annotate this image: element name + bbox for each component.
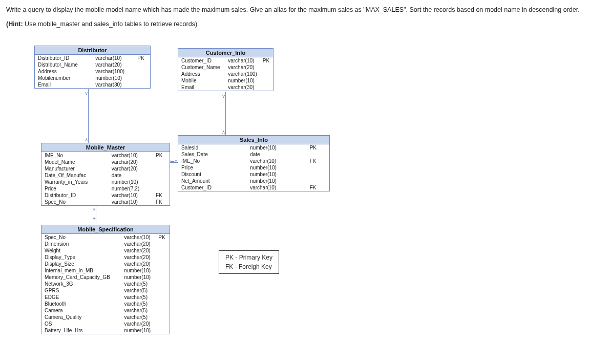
column-key: [157, 314, 170, 320]
column-name: Net_Amount: [178, 178, 247, 184]
hint-prefix: (Hint:: [6, 20, 23, 28]
column-key: PK: [157, 234, 170, 241]
column-key: [136, 61, 150, 68]
column-type: varchar(5): [121, 314, 157, 320]
column-name: OS: [41, 320, 121, 327]
entity-mobile-master: Mobile_Master IME_Novarchar(10)PKModel_N…: [41, 143, 170, 206]
column-row: EDGEvarchar(5): [41, 294, 170, 301]
column-name: Customer_ID: [178, 184, 247, 191]
column-key: [157, 241, 170, 247]
column-key: [157, 307, 170, 314]
column-key: [262, 71, 273, 77]
column-key: FK: [155, 192, 170, 199]
entity-body: Customer_IDvarchar(10)PKCustomer_Namevar…: [178, 57, 273, 91]
column-row: Bluetoothvarchar(5): [41, 301, 170, 307]
column-row: Memory_Card_Capacity_GBnumber(10): [41, 274, 170, 281]
column-type: date: [109, 172, 155, 179]
entity-body: IME_Novarchar(10)PKModel_Namevarchar(20)…: [41, 152, 170, 205]
column-key: [157, 301, 170, 307]
column-key: [157, 287, 170, 294]
column-name: IME_No: [178, 158, 247, 164]
column-type: number(10): [225, 77, 262, 84]
column-name: Email: [35, 81, 92, 88]
column-name: Display_Size: [41, 261, 121, 267]
connector-distributor-mobilemaster: [88, 89, 89, 143]
column-name: Price: [178, 164, 247, 171]
column-key: [136, 75, 150, 81]
column-name: Network_3G: [41, 281, 121, 287]
column-type: number(10): [247, 178, 309, 184]
column-row: Date_Of_Manufacdate: [41, 172, 170, 179]
column-name: Camera_Quality: [41, 314, 121, 320]
column-row: Discountnumber(10): [178, 171, 329, 178]
column-name: Date_Of_Manufac: [41, 172, 109, 179]
column-type: number(10): [121, 267, 157, 274]
crowfoot-icon: ⋏: [222, 129, 225, 135]
column-type: number(10): [121, 327, 157, 334]
column-row: Customer_IDvarchar(10)FK: [178, 184, 329, 191]
entity-distributor: Distributor Distributor_IDvarchar(10)PKD…: [34, 46, 151, 89]
column-row: Pricenumber(7,2): [41, 185, 170, 192]
er-diagram: ⋏ ⋎ ⋏ ⋎ ⊢o⊣ ⋎ + Distributor Distributor_…: [6, 43, 570, 360]
column-key: [309, 151, 329, 158]
entity-sales-info: Sales_Info SalesIdnumber(10)PKSales_Date…: [178, 135, 330, 191]
column-key: [262, 84, 273, 91]
entity-title: Customer_Info: [178, 49, 273, 57]
legend-box: PK - Primary Key FK - Foreigh Key: [219, 250, 279, 274]
column-type: varchar(5): [121, 294, 157, 301]
crowfoot-icon: +: [93, 216, 96, 221]
column-row: Customer_Namevarchar(20): [178, 64, 273, 71]
column-type: varchar(20): [121, 241, 157, 247]
column-name: Sales_Date: [178, 151, 247, 158]
column-row: Addressvarchar(100): [178, 71, 273, 77]
column-row: Emailvarchar(30): [35, 81, 150, 88]
column-key: [157, 247, 170, 254]
column-name: Bluetooth: [41, 301, 121, 307]
crowfoot-icon: ⋎: [222, 93, 225, 99]
column-name: EDGE: [41, 294, 121, 301]
column-name: SalesId: [178, 144, 247, 151]
connector-mobilemaster-mobilespec: [96, 205, 96, 225]
column-name: Memory_Card_Capacity_GB: [41, 274, 121, 281]
column-name: Address: [35, 68, 92, 75]
column-key: [155, 179, 170, 185]
column-type: number(10): [121, 274, 157, 281]
column-type: number(10): [247, 164, 309, 171]
hint-text: (Hint: Use mobile_master and sales_info …: [6, 20, 604, 28]
column-key: [309, 164, 329, 171]
column-key: FK: [155, 199, 170, 205]
column-name: GPRS: [41, 287, 121, 294]
column-key: [155, 159, 170, 165]
column-key: [157, 294, 170, 301]
column-key: PK: [136, 55, 150, 61]
column-name: Battery_Life_Hrs: [41, 327, 121, 334]
column-name: Distributor_Name: [35, 61, 92, 68]
column-row: Spec_Novarchar(10)FK: [41, 199, 170, 205]
column-type: varchar(20): [225, 64, 262, 71]
column-key: [262, 64, 273, 71]
crowfoot-icon: ⋎: [85, 91, 88, 96]
column-type: varchar(5): [121, 301, 157, 307]
column-type: varchar(100): [225, 71, 262, 77]
column-key: PK: [309, 144, 329, 151]
column-type: varchar(20): [121, 261, 157, 267]
column-row: Customer_IDvarchar(10)PK: [178, 57, 273, 64]
column-key: [157, 267, 170, 274]
column-row: Mobilenumber(10): [178, 77, 273, 84]
entity-body: Distributor_IDvarchar(10)PKDistributor_N…: [35, 55, 150, 88]
column-key: [136, 81, 150, 88]
column-type: number(10): [247, 144, 309, 151]
column-row: Emailvarchar(30): [178, 84, 273, 91]
question-text: Write a query to display the mobile mode…: [6, 6, 604, 13]
column-name: Distributor_ID: [35, 55, 92, 61]
column-row: Mobilenumbernumber(10): [35, 75, 150, 81]
column-name: Email: [178, 84, 225, 91]
column-type: varchar(20): [121, 254, 157, 261]
column-row: SalesIdnumber(10)PK: [178, 144, 329, 151]
column-row: Network_3Gvarchar(5): [41, 281, 170, 287]
column-key: [157, 254, 170, 261]
column-name: Weight: [41, 247, 121, 254]
column-key: [309, 171, 329, 178]
crowfoot-icon: ⋏: [85, 137, 88, 142]
column-name: Mobilenumber: [35, 75, 92, 81]
